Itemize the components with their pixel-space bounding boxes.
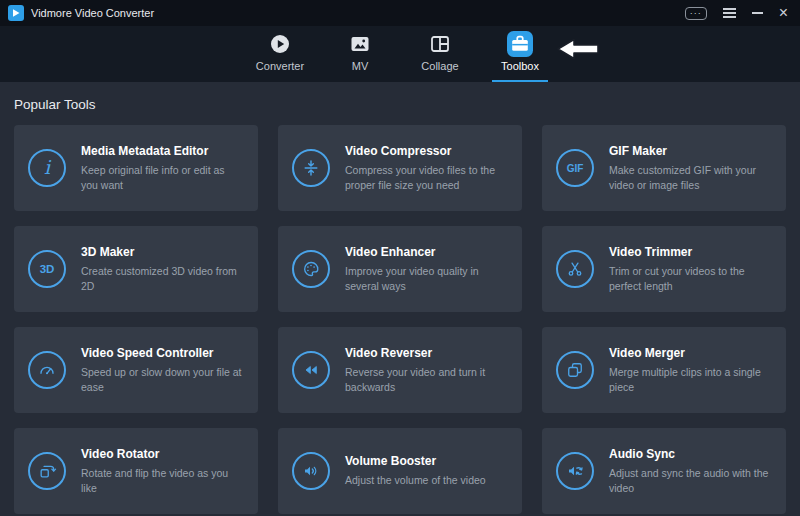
tool-card-volume-booster[interactable]: Volume Booster Adjust the volume of the … bbox=[278, 428, 522, 514]
tab-mv[interactable]: MV bbox=[327, 26, 393, 82]
tool-card-3d-maker[interactable]: 3D 3D Maker Create customized 3D video f… bbox=[14, 226, 258, 312]
tool-description: Make customized GIF with your video or i… bbox=[609, 163, 772, 192]
pointer-arrow-icon bbox=[556, 37, 600, 61]
titlebar: Vidmore Video Converter ··· × bbox=[0, 0, 800, 26]
app-window: Vidmore Video Converter ··· × Converter … bbox=[0, 0, 800, 514]
rotate-icon bbox=[28, 452, 66, 490]
minimize-button[interactable] bbox=[752, 12, 763, 14]
tool-description: Adjust the volume of the video bbox=[345, 473, 486, 488]
converter-icon bbox=[267, 31, 293, 57]
tool-description: Merge multiple clips into a single piece bbox=[609, 365, 772, 394]
audio-sync-icon bbox=[556, 452, 594, 490]
tool-description: Trim or cut your videos to the perfect l… bbox=[609, 264, 772, 293]
palette-icon bbox=[292, 250, 330, 288]
tool-description: Keep original file info or edit as you w… bbox=[81, 163, 244, 192]
tool-title: Media Metadata Editor bbox=[81, 144, 244, 158]
close-button[interactable]: × bbox=[779, 7, 788, 19]
tab-label: Converter bbox=[256, 60, 304, 72]
tab-label: MV bbox=[352, 60, 369, 72]
3d-icon: 3D bbox=[28, 250, 66, 288]
tool-title: 3D Maker bbox=[81, 245, 244, 259]
tool-card-video-compressor[interactable]: Video Compressor Compress your video fil… bbox=[278, 125, 522, 211]
tool-title: Video Trimmer bbox=[609, 245, 772, 259]
compress-icon bbox=[292, 149, 330, 187]
tool-card-video-rotator[interactable]: Video Rotator Rotate and flip the video … bbox=[14, 428, 258, 514]
tool-title: Video Reverser bbox=[345, 346, 508, 360]
tool-card-video-merger[interactable]: Video Merger Merge multiple clips into a… bbox=[542, 327, 786, 413]
app-title: Vidmore Video Converter bbox=[31, 7, 154, 19]
tool-title: GIF Maker bbox=[609, 144, 772, 158]
mv-icon bbox=[347, 31, 373, 57]
tab-toolbox[interactable]: Toolbox bbox=[487, 26, 553, 82]
rewind-icon bbox=[292, 351, 330, 389]
tool-card-gif-maker[interactable]: GIF GIF Maker Make customized GIF with y… bbox=[542, 125, 786, 211]
speedometer-icon bbox=[28, 351, 66, 389]
tool-title: Video Rotator bbox=[81, 447, 244, 461]
merge-icon bbox=[556, 351, 594, 389]
tool-title: Video Merger bbox=[609, 346, 772, 360]
tab-label: Toolbox bbox=[501, 60, 539, 72]
tool-title: Video Enhancer bbox=[345, 245, 508, 259]
tool-card-media-metadata-editor[interactable]: i Media Metadata Editor Keep original fi… bbox=[14, 125, 258, 211]
tool-title: Audio Sync bbox=[609, 447, 772, 461]
tool-description: Speed up or slow down your file at ease bbox=[81, 365, 244, 394]
tool-card-audio-sync[interactable]: Audio Sync Adjust and sync the audio wit… bbox=[542, 428, 786, 514]
tab-collage[interactable]: Collage bbox=[407, 26, 473, 82]
window-controls: ··· × bbox=[685, 7, 788, 20]
tool-card-video-enhancer[interactable]: Video Enhancer Improve your video qualit… bbox=[278, 226, 522, 312]
tool-card-video-reverser[interactable]: Video Reverser Reverse your video and tu… bbox=[278, 327, 522, 413]
menu-button[interactable] bbox=[723, 8, 736, 18]
tool-description: Create customized 3D video from 2D bbox=[81, 264, 244, 293]
tab-label: Collage bbox=[421, 60, 458, 72]
tools-grid: i Media Metadata Editor Keep original fi… bbox=[14, 125, 786, 514]
tool-card-video-trimmer[interactable]: Video Trimmer Trim or cut your videos to… bbox=[542, 226, 786, 312]
main-nav: Converter MV Collage Toolbox bbox=[0, 26, 800, 82]
info-icon: i bbox=[28, 149, 66, 187]
tool-title: Video Compressor bbox=[345, 144, 508, 158]
tool-description: Adjust and sync the audio with the video bbox=[609, 466, 772, 495]
gif-icon: GIF bbox=[556, 149, 594, 187]
tool-description: Reverse your video and turn it backwards bbox=[345, 365, 508, 394]
more-options-button[interactable]: ··· bbox=[685, 7, 707, 20]
tool-description: Compress your video files to the proper … bbox=[345, 163, 508, 192]
section-title: Popular Tools bbox=[14, 82, 786, 125]
volume-icon bbox=[292, 452, 330, 490]
tool-description: Improve your video quality in several wa… bbox=[345, 264, 508, 293]
main-content: Popular Tools i Media Metadata Editor Ke… bbox=[0, 82, 800, 514]
tool-title: Volume Booster bbox=[345, 454, 486, 468]
tool-card-video-speed-controller[interactable]: Video Speed Controller Speed up or slow … bbox=[14, 327, 258, 413]
tool-title: Video Speed Controller bbox=[81, 346, 244, 360]
toolbox-icon bbox=[507, 31, 533, 57]
collage-icon bbox=[427, 31, 453, 57]
app-logo-icon bbox=[8, 5, 24, 21]
tool-description: Rotate and flip the video as you like bbox=[81, 466, 244, 495]
tab-converter[interactable]: Converter bbox=[247, 26, 313, 82]
scissors-icon bbox=[556, 250, 594, 288]
